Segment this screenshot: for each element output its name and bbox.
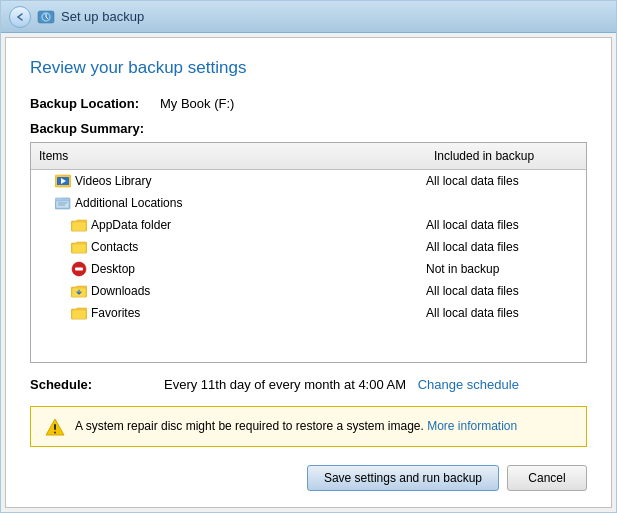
schedule-row: Schedule: Every 11th day of every month … bbox=[30, 377, 587, 392]
favorites-folder-icon bbox=[71, 305, 87, 321]
table-cell-status: All local data files bbox=[426, 240, 586, 254]
table-cell-name: Additional Locations bbox=[31, 195, 426, 211]
col-included: Included in backup bbox=[426, 147, 586, 165]
table-row: Additional Locations bbox=[31, 192, 586, 214]
table-cell-name: Videos Library bbox=[31, 173, 426, 189]
warning-box: A system repair disc might be required t… bbox=[30, 406, 587, 447]
table-row: Favorites All local data files bbox=[31, 302, 586, 324]
contacts-folder-icon bbox=[71, 239, 87, 255]
page-title: Review your backup settings bbox=[30, 58, 587, 78]
video-library-icon bbox=[55, 173, 71, 189]
svg-rect-5 bbox=[55, 175, 61, 177]
back-button[interactable] bbox=[9, 6, 31, 28]
window-title: Set up backup bbox=[61, 9, 144, 24]
appdata-folder-icon bbox=[71, 217, 87, 233]
backup-summary-label: Backup Summary: bbox=[30, 121, 587, 136]
table-body: Videos Library All local data files bbox=[31, 170, 586, 362]
table-row: Downloads All local data files bbox=[31, 280, 586, 302]
main-window: Set up backup Review your backup setting… bbox=[0, 0, 617, 513]
table-row: Videos Library All local data files bbox=[31, 170, 586, 192]
backup-location-label: Backup Location: bbox=[30, 96, 160, 111]
table-row: Desktop Not in backup bbox=[31, 258, 586, 280]
svg-rect-8 bbox=[56, 201, 69, 208]
desktop-no-entry-icon bbox=[71, 261, 87, 277]
table-row: AppData folder All local data files bbox=[31, 214, 586, 236]
svg-rect-16 bbox=[72, 310, 86, 319]
backup-location-value: My Book (F:) bbox=[160, 96, 234, 111]
svg-rect-7 bbox=[55, 198, 62, 201]
schedule-label: Schedule: bbox=[30, 377, 160, 392]
downloads-folder-icon bbox=[71, 283, 87, 299]
table-cell-name: Favorites bbox=[31, 305, 426, 321]
svg-point-19 bbox=[54, 432, 56, 434]
table-cell-name: AppData folder bbox=[31, 217, 426, 233]
change-schedule-link[interactable]: Change schedule bbox=[418, 377, 519, 392]
table-cell-status: All local data files bbox=[426, 284, 586, 298]
more-info-link[interactable]: More information bbox=[427, 419, 517, 433]
footer: Save settings and run backup Cancel bbox=[30, 461, 587, 491]
table-cell-status: Not in backup bbox=[426, 262, 586, 276]
table-header: Items Included in backup bbox=[31, 143, 586, 170]
table-cell-status: All local data files bbox=[426, 174, 586, 188]
title-bar: Set up backup bbox=[1, 1, 616, 33]
cancel-button[interactable]: Cancel bbox=[507, 465, 587, 491]
save-run-backup-button[interactable]: Save settings and run backup bbox=[307, 465, 499, 491]
backup-location-row: Backup Location: My Book (F:) bbox=[30, 96, 587, 111]
additional-locations-icon bbox=[55, 195, 71, 211]
svg-rect-14 bbox=[75, 268, 83, 271]
table-cell-status: All local data files bbox=[426, 218, 586, 232]
warning-icon bbox=[45, 418, 65, 436]
table-cell-status: All local data files bbox=[426, 306, 586, 320]
col-items: Items bbox=[31, 147, 426, 165]
warning-text: A system repair disc might be required t… bbox=[75, 417, 517, 435]
backup-icon bbox=[37, 8, 55, 26]
table-row: Contacts All local data files bbox=[31, 236, 586, 258]
schedule-value: Every 11th day of every month at 4:00 AM bbox=[164, 377, 406, 392]
svg-rect-12 bbox=[72, 244, 86, 253]
content-area: Review your backup settings Backup Locat… bbox=[5, 37, 612, 508]
svg-rect-11 bbox=[72, 222, 86, 231]
table-cell-name: Contacts bbox=[31, 239, 426, 255]
table-cell-name: Desktop bbox=[31, 261, 426, 277]
table-cell-name: Downloads bbox=[31, 283, 426, 299]
svg-rect-18 bbox=[54, 424, 56, 430]
backup-table: Items Included in backup Videos Library bbox=[30, 142, 587, 363]
